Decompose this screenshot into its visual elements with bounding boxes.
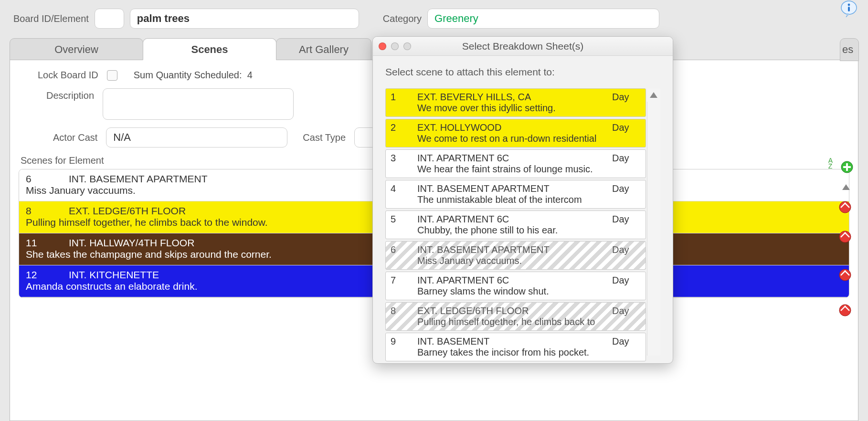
tab-overview[interactable]: Overview [10, 38, 143, 60]
sheet-time-of-day: Day [612, 122, 641, 133]
dialog-titlebar[interactable]: Select Breakdown Sheet(s) [373, 37, 673, 56]
sheet-slug: INT. APARTMENT 6C [417, 153, 612, 164]
svg-rect-5 [843, 166, 851, 168]
sum-qty-label: Sum Quantity Scheduled: 4 [134, 70, 253, 81]
close-window-button[interactable] [379, 42, 386, 50]
breakdown-sheet-item[interactable]: 8EXT. LEDGE/6TH FLOORDayPulling himself … [385, 302, 646, 331]
sort-az-z: Z [828, 163, 833, 169]
lock-board-id-label: Lock Board ID [38, 70, 98, 81]
scene-slug: INT. BASEMENT APARTMENT [69, 173, 208, 185]
breakdown-sheet-item[interactable]: 6INT. BASEMENT APARTMENTDayMiss January … [385, 241, 646, 270]
scroll-up-button[interactable] [647, 88, 660, 102]
description-label: Description [46, 88, 94, 101]
element-name-input[interactable] [130, 9, 359, 29]
sheet-number: 2 [391, 122, 417, 133]
sheet-time-of-day: Day [612, 244, 641, 255]
category-label: Category [383, 13, 422, 24]
sheet-number: 1 [391, 92, 417, 103]
lock-board-id-checkbox[interactable] [107, 70, 117, 81]
sheet-description: Barney slams the window shut. [391, 286, 641, 297]
scene-number: 6 [26, 173, 69, 185]
svg-marker-19 [650, 92, 657, 98]
sheet-number: 8 [391, 305, 417, 316]
cast-type-label: Cast Type [303, 132, 346, 143]
sheet-slug: INT. BASEMENT APARTMENT [417, 183, 612, 194]
sheet-description: We move over this idyllic setting. [391, 103, 641, 114]
delete-scene-icon[interactable] [838, 230, 852, 243]
breakdown-sheet-item[interactable]: 7INT. APARTMENT 6CDayBarney slams the wi… [385, 272, 646, 300]
scene-slug: INT. HALLWAY/4TH FLOOR [69, 237, 194, 249]
zoom-window-button[interactable] [403, 42, 411, 50]
tab-scenes[interactable]: Scenes [143, 38, 276, 60]
sheet-slug: INT. BASEMENT APARTMENT [417, 244, 612, 255]
sheet-number: 5 [391, 214, 417, 225]
sheet-time-of-day: Day [612, 92, 641, 103]
sheet-description: We come to rest on a run-down residentia… [391, 133, 641, 144]
sort-az-icon[interactable]: A Z [828, 158, 833, 169]
sheet-slug: EXT. LEDGE/6TH FLOOR [417, 305, 612, 316]
sum-qty-value: 4 [247, 70, 253, 80]
sheet-time-of-day: Day [612, 153, 641, 164]
sheet-number: 3 [391, 153, 417, 164]
delete-scene-icon[interactable] [838, 200, 852, 214]
window-controls [379, 42, 411, 50]
actor-cast-label: Actor Cast [53, 132, 97, 143]
select-breakdown-sheet-dialog: Select Breakdown Sheet(s) Select scene t… [372, 36, 673, 364]
breakdown-sheet-list: 1EXT. BEVERLY HILLS, CADayWe move over t… [385, 88, 660, 356]
scene-number: 8 [26, 205, 69, 217]
scene-slug: EXT. LEDGE/6TH FLOOR [69, 205, 186, 217]
sheet-number: 6 [391, 244, 417, 255]
sheet-description: Chubby, the phone still to his ear. [391, 225, 641, 236]
sheet-time-of-day: Day [612, 305, 641, 316]
sheet-time-of-day: Day [612, 336, 641, 347]
board-id-input[interactable] [95, 9, 124, 29]
scene-slug: INT. KITCHENETTE [69, 269, 159, 281]
sheet-description: We hear the faint strains of lounge musi… [391, 164, 641, 175]
sheet-slug: INT. APARTMENT 6C [417, 214, 612, 225]
dialog-instruction: Select scene to attach this element to: [385, 66, 660, 78]
add-scene-button[interactable] [840, 160, 854, 174]
sheet-slug: INT. APARTMENT 6C [417, 275, 612, 286]
scene-number: 12 [26, 269, 69, 281]
delete-scene-icon[interactable] [838, 268, 852, 282]
sheet-description: Barney takes the incisor from his pocket… [391, 347, 641, 358]
scene-number: 11 [26, 237, 69, 249]
svg-point-1 [848, 4, 850, 6]
sheet-time-of-day: Day [612, 214, 641, 225]
sheet-slug: EXT. HOLLYWOOD [417, 122, 612, 133]
tab-hidden-fragment[interactable]: es [840, 38, 859, 61]
sheet-number: 9 [391, 336, 417, 347]
dialog-title: Select Breakdown Sheet(s) [373, 41, 673, 52]
board-id-label: Board ID/Element [13, 13, 89, 24]
sheet-slug: INT. BASEMENT [417, 336, 612, 347]
tab-art-gallery[interactable]: Art Gallery [276, 38, 371, 60]
sheet-description: Miss January vaccuums. [391, 255, 641, 266]
breakdown-sheet-item[interactable]: 3INT. APARTMENT 6CDayWe hear the faint s… [385, 149, 646, 178]
minimize-window-button[interactable] [391, 42, 399, 50]
breakdown-sheet-item[interactable]: 9INT. BASEMENTDayBarney takes the inciso… [385, 333, 646, 361]
breakdown-sheet-item[interactable]: 2EXT. HOLLYWOODDayWe come to rest on a r… [385, 119, 646, 147]
svg-marker-6 [842, 184, 850, 190]
scrollbar[interactable] [647, 88, 660, 356]
sheet-slug: EXT. BEVERLY HILLS, CA [417, 92, 612, 103]
sum-qty-text: Sum Quantity Scheduled: [134, 70, 242, 80]
sheet-description: Pulling himself together, he climbs back… [391, 316, 641, 327]
sheet-time-of-day: Day [612, 183, 641, 194]
description-textarea[interactable] [103, 88, 294, 120]
sheet-time-of-day: Day [612, 275, 641, 286]
sheet-number: 4 [391, 183, 417, 194]
sheet-number: 7 [391, 275, 417, 286]
scroll-up-triangle-icon[interactable] [840, 181, 852, 193]
delete-scene-icon[interactable] [838, 304, 852, 317]
breakdown-sheet-item[interactable]: 4INT. BASEMENT APARTMENTDayThe unmistaka… [385, 180, 646, 209]
breakdown-sheet-item[interactable]: 5INT. APARTMENT 6CDayChubby, the phone s… [385, 210, 646, 239]
breakdown-sheet-item[interactable]: 1EXT. BEVERLY HILLS, CADayWe move over t… [385, 88, 646, 117]
element-header-form: Board ID/Element Category [0, 9, 868, 29]
actor-cast-input[interactable] [106, 127, 287, 147]
sheet-description: The unmistakable bleat of the intercom [391, 194, 641, 205]
category-input[interactable] [427, 9, 659, 29]
